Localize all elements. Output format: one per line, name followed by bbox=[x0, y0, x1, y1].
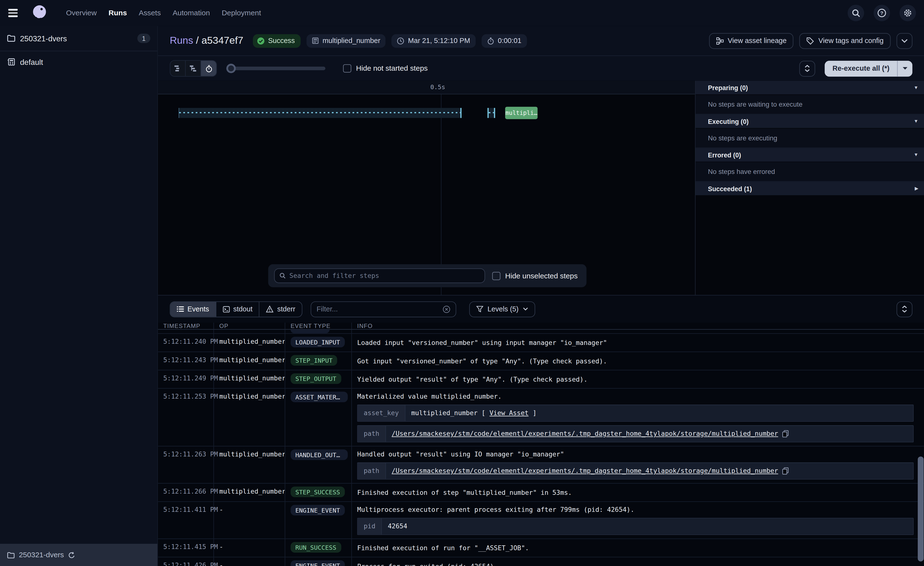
gantt-time-axis: 0.5s bbox=[158, 81, 695, 95]
copy-path-button[interactable] bbox=[782, 467, 789, 475]
table-row[interactable]: 5:12:11.415 PM-RUN_SUCCESSFinished execu… bbox=[158, 539, 924, 557]
gantt-waterfall-view-button[interactable] bbox=[186, 61, 201, 76]
event-metadata-row: path/Users/smackesey/stm/code/elementl/e… bbox=[357, 425, 914, 443]
section-succeeded-header[interactable]: Succeeded (1) ▶ bbox=[696, 182, 924, 196]
expand-vertical-icon bbox=[805, 65, 810, 72]
event-op: multiplied_number bbox=[214, 334, 285, 352]
status-badge: Success bbox=[253, 34, 301, 48]
table-row[interactable]: 5:12:11.263 PMmultiplied_numberHANDLED_O… bbox=[158, 447, 924, 484]
start-time-label: Mar 21, 5:12:10 PM bbox=[408, 37, 470, 45]
table-row[interactable]: 5:12:11.243 PMmultiplied_numberSTEP_INPU… bbox=[158, 352, 924, 370]
section-preparing-header[interactable]: Preparing (0) ▼ bbox=[696, 81, 924, 95]
clear-filter-icon[interactable] bbox=[443, 305, 451, 313]
run-more-actions-button[interactable] bbox=[897, 33, 913, 49]
section-errored-header[interactable]: Errored (0) ▼ bbox=[696, 148, 924, 162]
event-op: multiplied_number bbox=[214, 484, 285, 501]
refresh-icon[interactable] bbox=[68, 551, 76, 559]
clipped-badge bbox=[291, 330, 330, 333]
log-filter-input[interactable] bbox=[316, 305, 439, 313]
slider-thumb[interactable] bbox=[226, 64, 236, 73]
metadata-text: ] bbox=[532, 409, 537, 417]
event-type-cell: ASSET_MATERIALI… bbox=[285, 389, 352, 446]
hamburger-menu-icon[interactable] bbox=[8, 6, 21, 20]
nav-automation[interactable]: Automation bbox=[172, 9, 210, 17]
log-filter-box[interactable] bbox=[311, 301, 456, 317]
clock-icon bbox=[397, 37, 405, 45]
events-rows: 5:12:11.240 PMmultiplied_numberLOADED_IN… bbox=[158, 334, 924, 566]
table-row[interactable]: 5:12:11.249 PMmultiplied_numberSTEP_OUTP… bbox=[158, 370, 924, 389]
gantt-canvas[interactable]: 0.5s multipli… Hide unselected steps bbox=[158, 81, 695, 295]
step-search-input[interactable] bbox=[290, 272, 480, 280]
settings-button[interactable] bbox=[900, 5, 916, 21]
event-metadata-row: asset_keymultiplied_number [View Asset] bbox=[357, 405, 914, 422]
folder-icon bbox=[7, 35, 15, 42]
path-link[interactable]: /Users/smackesey/stm/code/elementl/exper… bbox=[392, 467, 778, 475]
view-tags-config-button[interactable]: View tags and config bbox=[800, 33, 891, 49]
reexecute-all-button[interactable]: Re-execute all (*) bbox=[825, 60, 897, 77]
event-op: - bbox=[214, 502, 285, 539]
list-icon bbox=[177, 306, 184, 312]
log-tabs: Events stdout stderr bbox=[170, 301, 302, 317]
run-status-panel: Preparing (0) ▼ No steps are waiting to … bbox=[695, 81, 924, 295]
gantt-expand-button[interactable] bbox=[800, 60, 816, 77]
tab-stderr[interactable]: stderr bbox=[260, 302, 302, 316]
waterfall-view-icon bbox=[189, 65, 197, 72]
event-message: Loaded input "versioned_number" using in… bbox=[357, 338, 919, 347]
sidebar-footer-repo[interactable]: 250321-dvers bbox=[0, 544, 158, 566]
dagster-logo[interactable] bbox=[31, 4, 48, 22]
event-type-cell: RUN_SUCCESS bbox=[285, 539, 352, 557]
expand-vertical-icon bbox=[902, 306, 907, 313]
breadcrumb-runs[interactable]: Runs bbox=[170, 35, 193, 46]
gantt-step-box[interactable]: multipli… bbox=[505, 107, 538, 119]
help-button[interactable]: ? bbox=[873, 5, 890, 21]
view-asset-lineage-button[interactable]: View asset lineage bbox=[709, 33, 794, 49]
table-row[interactable]: 5:12:11.411 PM-ENGINE_EVENTMultiprocess … bbox=[158, 502, 924, 539]
nav-runs[interactable]: Runs bbox=[108, 9, 127, 17]
tab-stdout[interactable]: stdout bbox=[216, 302, 260, 316]
section-executing-header[interactable]: Executing (0) ▼ bbox=[696, 114, 924, 128]
stopwatch-icon bbox=[205, 65, 213, 72]
tab-stdout-label: stdout bbox=[233, 305, 252, 313]
asset-tag-chip[interactable]: multiplied_number bbox=[307, 34, 386, 48]
step-search-box[interactable] bbox=[274, 268, 485, 283]
event-type-cell: ENGINE_EVENT bbox=[285, 502, 352, 539]
search-button[interactable] bbox=[848, 5, 864, 21]
table-row[interactable]: 5:12:11.266 PMmultiplied_numberSTEP_SUCC… bbox=[158, 484, 924, 502]
event-message: Finished execution of run for "__ASSET_J… bbox=[357, 543, 919, 552]
view-asset-link[interactable]: View Asset bbox=[489, 409, 528, 417]
event-type-badge: LOADED_INPUT bbox=[291, 337, 345, 348]
table-row[interactable]: 5:12:11.240 PMmultiplied_numberLOADED_IN… bbox=[158, 334, 924, 352]
hide-not-started-checkbox[interactable] bbox=[343, 65, 351, 73]
nav-deployment[interactable]: Deployment bbox=[222, 9, 261, 17]
event-info-cell: Finished execution of step "multiplied_n… bbox=[352, 484, 924, 501]
event-op: - bbox=[214, 539, 285, 557]
table-row-partial bbox=[158, 330, 924, 334]
view-asset-lineage-label: View asset lineage bbox=[728, 37, 787, 45]
caret-down-icon: ▼ bbox=[914, 85, 918, 90]
events-scrollbar[interactable] bbox=[918, 456, 924, 561]
metadata-text: multiplied_number [ bbox=[411, 409, 486, 417]
gantt-zoom-slider[interactable] bbox=[226, 64, 326, 73]
nav-assets[interactable]: Assets bbox=[139, 9, 161, 17]
page-title: Runs / a5347ef7 bbox=[170, 35, 243, 47]
tab-events[interactable]: Events bbox=[170, 302, 216, 316]
flat-view-icon bbox=[174, 65, 182, 72]
reexecute-dropdown-button[interactable] bbox=[897, 60, 912, 77]
hide-unselected-checkbox[interactable] bbox=[492, 272, 500, 280]
copy-path-button[interactable] bbox=[782, 430, 789, 438]
caret-down-icon: ▼ bbox=[914, 152, 918, 157]
levels-dropdown-button[interactable]: Levels (5) bbox=[469, 301, 535, 317]
table-row[interactable]: 5:12:11.253 PMmultiplied_numberASSET_MAT… bbox=[158, 389, 924, 447]
table-row[interactable]: 5:12:11.426 PM-ENGINE_EVENTProcess for r… bbox=[158, 557, 924, 566]
sidebar-item-repo[interactable]: 250321-dvers 1 bbox=[0, 26, 158, 51]
events-expand-button[interactable] bbox=[897, 301, 913, 317]
event-timestamp: 5:12:11.411 PM bbox=[158, 502, 214, 539]
event-type-badge: ASSET_MATERIALI… bbox=[291, 391, 348, 402]
event-timestamp: 5:12:11.243 PM bbox=[158, 352, 214, 370]
gantt-flat-view-button[interactable] bbox=[170, 61, 186, 76]
path-link[interactable]: /Users/smackesey/stm/code/elementl/exper… bbox=[392, 430, 778, 438]
gantt-timed-view-button[interactable] bbox=[201, 61, 216, 76]
nav-overview[interactable]: Overview bbox=[66, 9, 97, 17]
hide-not-started-control: Hide not started steps bbox=[343, 65, 428, 73]
sidebar-item-default-job[interactable]: default bbox=[0, 51, 158, 72]
